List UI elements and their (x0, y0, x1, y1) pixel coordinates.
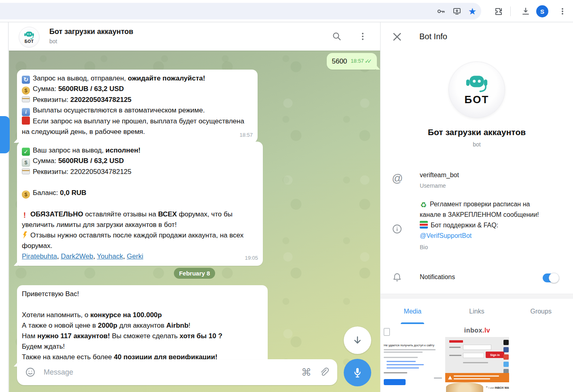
incoming-message[interactable]: ✓Ваш запрос на вывод, исполнен!$Сумма: 5… (17, 142, 263, 266)
scroll-down-button[interactable] (344, 326, 371, 354)
person-photo (446, 382, 483, 392)
profile-initial: S (540, 8, 544, 15)
message-time: 18:57 (239, 130, 253, 140)
message-line (22, 299, 263, 310)
incoming-message[interactable]: ↻Запрос на вывод, отправлен, ожидайте по… (17, 70, 258, 143)
message-line: Нам нужно 117 аккаунтов! Вы сможете сдел… (22, 331, 263, 341)
date-pill[interactable]: February 8 (174, 268, 216, 279)
close-icon[interactable] (391, 31, 404, 43)
microphone-icon (351, 367, 364, 379)
tab-media[interactable]: Media (381, 299, 445, 324)
bolt-icon (22, 231, 27, 239)
attach-icon[interactable] (319, 367, 329, 377)
chat-list-active-indicator[interactable] (0, 116, 10, 153)
message-input[interactable] (43, 368, 294, 377)
robot-icon (23, 31, 35, 39)
chat-title: Бот загрузки аккаунтов (49, 28, 133, 36)
incoming-message[interactable]: Приветствую Вас!Хотели напомнить, о конк… (17, 285, 268, 367)
message-time: 18:57✓✓ (351, 56, 372, 67)
message-line: $Баланс: 0,0 RUB (22, 188, 258, 199)
message-line: ↻Запрос на вывод, отправлен, ожидайте по… (22, 73, 253, 84)
bold-text: 5600RUB / 63,2 USD (58, 157, 124, 165)
shared-media-tabs: Media Links Groups (381, 299, 573, 324)
bot-profile-avatar[interactable]: БОТ (448, 61, 505, 118)
bold-text: нужно 117 аккаунтов! (37, 332, 110, 340)
browser-toolbar: ★ S (0, 0, 573, 22)
notifications-toggle[interactable] (543, 273, 559, 282)
error-page-title: Не удается получить доступ к сайту (384, 343, 434, 347)
emoji-icon[interactable] (25, 367, 36, 377)
bold-text: исполнен! (106, 146, 141, 154)
username-icon: @ (392, 173, 403, 184)
chat-subtitle: bot (49, 38, 57, 44)
media-thumbnail-inbox-lv[interactable]: inbox.lv Sign in (445, 324, 509, 392)
message-link[interactable]: Piratebuhta (22, 252, 57, 260)
sign-in-button: Sign in (486, 352, 504, 358)
section-divider (381, 294, 573, 299)
message-line: $Сумма: 5600RUB / 63,2 USD (22, 156, 258, 167)
toolbar-divider (510, 6, 511, 16)
chat-header[interactable]: БОТ Бот загрузки аккаунтов bot (9, 22, 380, 51)
cash-icon: $ (22, 159, 30, 167)
info-icon (392, 224, 403, 235)
bold-text: ожидайте пожалуйста! (128, 74, 205, 82)
message-line: Будем ждать! (22, 341, 263, 352)
robot-icon (463, 74, 490, 93)
redsq-icon (22, 117, 30, 125)
bold-text: конкурсе на 100.000р (90, 311, 162, 319)
message-line: ✓Ваш запрос на вывод, исполнен! (22, 145, 258, 156)
testimonial-text: ❝ I use INBOX MAIL, (486, 386, 509, 390)
message-line: Отзывы нужно оставлять после каждой прод… (22, 230, 258, 251)
message-line: $Сумма: 5600RUB / 63,2 USD (22, 84, 253, 95)
message-line: Если запрос на выплату не прошел, выплат… (22, 116, 253, 137)
panel-title: Bot Info (419, 32, 447, 41)
message-input-bar: ⌘ (17, 359, 337, 385)
media-thumbnail-error-page[interactable]: Не удается получить доступ к сайту (381, 324, 445, 392)
bot-bio: ♻Регламент проверки расписан на канале в… (420, 199, 545, 252)
username-value[interactable]: verifteam_bot (420, 172, 459, 179)
chat-avatar[interactable]: БОТ (19, 27, 40, 48)
message-line: !ОБЯЗАТЕЛЬНО оставляйте отзывы на ВСЕХ ф… (22, 209, 258, 230)
bot-commands-icon[interactable]: ⌘ (301, 367, 311, 377)
info-icon: i (22, 108, 30, 116)
bold-text: 5600RUB / 63,2 USD (58, 85, 124, 93)
message-area: 560018:57✓✓↻Запрос на вывод, отправлен, … (9, 51, 380, 392)
arrow-down-icon (352, 335, 363, 346)
tab-groups[interactable]: Groups (509, 299, 573, 324)
password-manager-icon[interactable] (436, 6, 446, 16)
message-line: Реквизиты: 2202205034782125 (22, 95, 253, 105)
outgoing-message[interactable]: 560018:57✓✓ (327, 53, 377, 70)
username-label: Username (420, 182, 446, 189)
card-icon (22, 168, 30, 174)
address-bar[interactable] (0, 3, 481, 19)
card-icon (22, 96, 30, 102)
bot-name: Бот загрузки аккаунтов (381, 127, 573, 137)
books-icon (420, 221, 428, 229)
message-link[interactable]: @VerifSupportBot (420, 232, 472, 239)
sad-document-icon (384, 328, 390, 336)
voice-record-button[interactable] (344, 359, 371, 386)
bookmark-star-icon[interactable]: ★ (467, 6, 477, 16)
bold-text: 2000р (98, 322, 117, 329)
bell-icon (392, 272, 403, 284)
refresh-icon: ↻ (22, 76, 30, 84)
chat-menu-icon[interactable] (357, 31, 368, 42)
message-line: Реквизиты: 2202205034782125 (22, 167, 258, 177)
search-icon[interactable] (332, 31, 342, 42)
message-link[interactable]: Gerki (127, 252, 144, 260)
message-line (22, 199, 258, 209)
tab-links[interactable]: Links (445, 299, 509, 324)
browser-profile-avatar[interactable]: S (536, 5, 548, 17)
chat-list-edge (0, 22, 8, 392)
warn-icon: ! (22, 211, 27, 219)
moneybag-icon: $ (22, 191, 30, 199)
message-link[interactable]: Youhack (97, 252, 123, 260)
save-to-device-icon[interactable] (452, 6, 462, 16)
downloads-icon[interactable] (521, 6, 531, 16)
message-link[interactable]: Dark2Web (61, 252, 93, 260)
inbox-lv-logo: inbox.lv (445, 324, 509, 337)
bold-text: ОБЯЗАТЕЛЬНО (30, 210, 83, 218)
browser-menu-icon[interactable] (558, 6, 567, 16)
extensions-icon[interactable] (494, 6, 503, 16)
bio-line: ♻Регламент проверки расписан на канале в… (420, 199, 545, 220)
